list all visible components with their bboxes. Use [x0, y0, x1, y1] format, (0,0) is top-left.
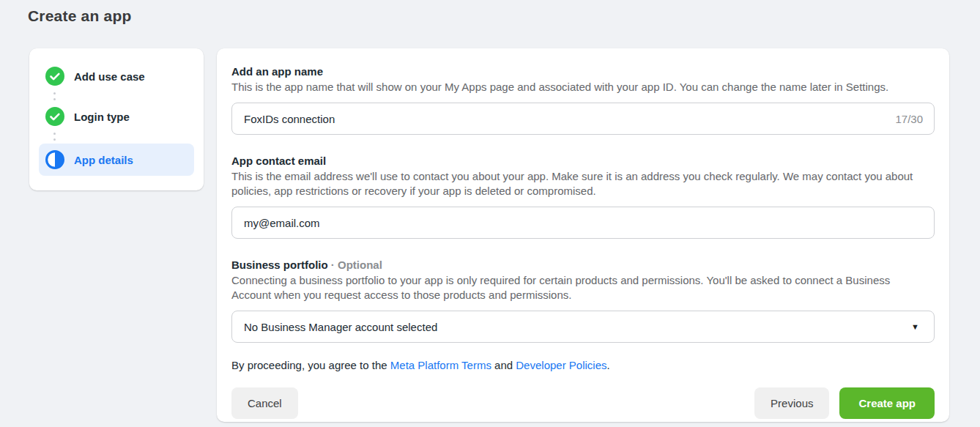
contact-email-input[interactable] — [231, 207, 935, 239]
half-circle-progress-icon — [45, 150, 64, 169]
step-label: Add use case — [74, 70, 145, 83]
app-name-input[interactable] — [231, 103, 935, 135]
check-circle-icon — [45, 107, 64, 126]
business-portfolio-heading-text: Business portfolio — [231, 259, 328, 271]
step-label: App details — [74, 154, 133, 166]
previous-button[interactable]: Previous — [754, 387, 829, 419]
check-circle-icon — [45, 67, 64, 86]
select-value: No Business Manager account selected — [244, 321, 437, 333]
app-details-form: Add an app name This is the app name tha… — [217, 48, 949, 422]
step-login-type[interactable]: Login type — [39, 103, 194, 130]
app-name-heading: Add an app name — [231, 64, 935, 78]
contact-email-section: App contact email This is the email addr… — [231, 154, 935, 239]
contact-email-heading: App contact email — [231, 154, 935, 168]
legal-text: By proceeding, you agree to the Meta Pla… — [231, 359, 935, 371]
step-label: Login type — [74, 111, 130, 123]
create-app-button[interactable]: Create app — [839, 387, 935, 419]
developer-policies-link[interactable]: Developer Policies — [516, 359, 606, 371]
meta-platform-terms-link[interactable]: Meta Platform Terms — [390, 359, 491, 371]
chevron-down-icon: ▼ — [911, 322, 919, 331]
contact-email-description: This is the email address we'll use to c… — [231, 169, 920, 198]
optional-label: · Optional — [331, 259, 382, 271]
form-footer: Cancel Previous Create app — [231, 387, 935, 419]
step-connector-dots — [53, 92, 194, 100]
business-portfolio-description: Connecting a business portfolio to your … — [231, 273, 920, 302]
cancel-button[interactable]: Cancel — [231, 387, 298, 419]
app-name-description: This is the app name that will show on y… — [231, 80, 920, 94]
app-name-section: Add an app name This is the app name tha… — [231, 64, 935, 135]
step-app-details[interactable]: App details — [39, 144, 194, 176]
step-add-use-case[interactable]: Add use case — [39, 63, 194, 89]
business-portfolio-section: Business portfolio · Optional Connecting… — [231, 258, 935, 343]
business-portfolio-select[interactable]: No Business Manager account selected ▼ — [231, 311, 935, 343]
stepper-sidebar: Add use case Login type App details — [29, 48, 204, 190]
step-connector-dots — [53, 133, 194, 141]
business-portfolio-heading: Business portfolio · Optional — [231, 258, 935, 272]
page-title: Create an app — [28, 7, 131, 25]
